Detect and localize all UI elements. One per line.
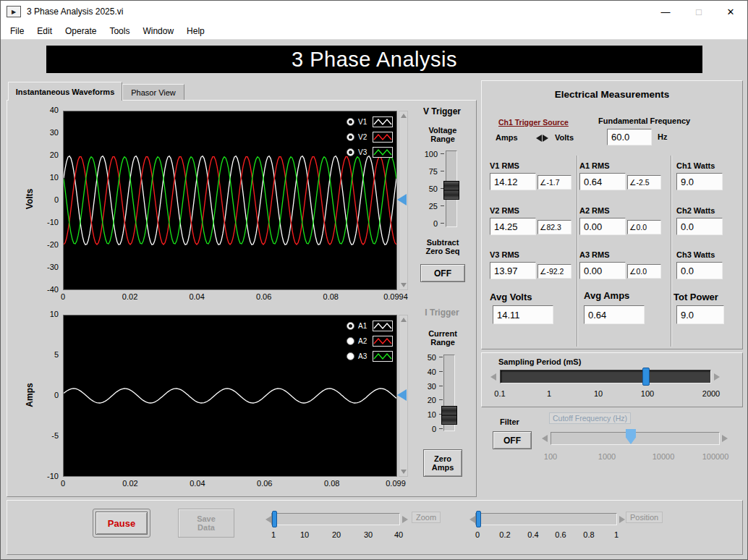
amps-y-axis: 1050-5-10 <box>34 310 59 480</box>
position-thumb[interactable] <box>476 511 481 527</box>
scroll-up-icon[interactable] <box>401 114 407 118</box>
maximize-button[interactable]: □ <box>682 1 715 22</box>
menu-tools[interactable]: Tools <box>103 24 136 38</box>
x-axis-tick: 0.08 <box>323 292 339 301</box>
y-axis-tick: 0 <box>54 391 59 399</box>
y-axis-tick: 40 <box>50 106 59 114</box>
y-axis-tick: 20 <box>50 150 59 159</box>
scale-tick: 10 <box>428 410 436 419</box>
scale-tick: 0 <box>475 530 480 539</box>
amps-axis-label: Amps <box>25 375 35 415</box>
volts-plot-area: V1 V2 V3 <box>63 111 397 290</box>
sampling-increment-icon[interactable] <box>714 373 720 381</box>
sampling-period-label: Sampling Period (mS) <box>498 357 581 366</box>
legend-row-v2[interactable]: V2 <box>347 130 393 145</box>
menu-file[interactable]: File <box>4 24 30 38</box>
legend-row-a2[interactable]: A2 <box>347 334 393 349</box>
a2-line-sample[interactable] <box>373 336 393 347</box>
volts-legend: V1 V2 V3 <box>347 114 393 160</box>
scroll-up-icon[interactable] <box>401 318 407 322</box>
v2-line-sample[interactable] <box>373 132 393 143</box>
scale-tick: 1 <box>271 530 276 539</box>
sampling-decrement-icon[interactable] <box>490 373 496 381</box>
amps-trigger-cursor-icon[interactable] <box>397 389 407 401</box>
a3-radio[interactable] <box>347 352 354 360</box>
filter-off-button[interactable]: OFF <box>493 431 532 449</box>
menu-help[interactable]: Help <box>180 24 211 38</box>
a1-rms-label: A1 RMS <box>579 161 610 170</box>
scale-tick: 30 <box>428 382 436 391</box>
menu-window[interactable]: Window <box>136 24 180 38</box>
voltage-range-thumb[interactable] <box>443 181 459 200</box>
scale-tick: 1 <box>547 389 551 398</box>
v1-rms-value: 14.12 <box>490 173 536 190</box>
menu-operate[interactable]: Operate <box>59 24 103 38</box>
sampling-period-slider[interactable] <box>500 370 711 383</box>
x-axis-tick: 0.02 <box>122 292 137 301</box>
position-increment-icon[interactable] <box>619 516 625 523</box>
legend-row-a1[interactable]: A1 <box>347 318 393 334</box>
legend-row-v1[interactable]: V1 <box>347 114 393 130</box>
trigger-source-amps-option[interactable]: Amps <box>496 133 518 142</box>
v3-line-sample[interactable] <box>373 147 393 158</box>
cutoff-decrement-icon[interactable] <box>542 435 548 442</box>
scale-tick: 1 <box>614 530 619 539</box>
divider <box>671 156 672 347</box>
x-axis-tick: 0 <box>61 479 65 488</box>
a3-line-sample[interactable] <box>373 351 393 362</box>
v1-radio[interactable] <box>347 118 354 126</box>
divider <box>577 156 578 347</box>
a2-radio[interactable] <box>347 337 354 345</box>
v3-radio[interactable] <box>347 148 354 156</box>
scale-tick: 40 <box>428 368 436 376</box>
zoom-thumb[interactable] <box>272 511 277 527</box>
avg-volts-value: 14.11 <box>493 305 553 324</box>
zoom-decrement-icon[interactable] <box>265 516 271 523</box>
minimize-button[interactable]: — <box>649 1 682 22</box>
trigger-source-selector[interactable] <box>536 135 548 142</box>
pause-button[interactable]: Pause <box>95 512 148 535</box>
trigger-source-volts-option[interactable]: Volts <box>555 133 574 142</box>
window-title: 3 Phase Analysis 2025.vi <box>27 7 123 17</box>
legend-label-a2: A2 <box>358 337 369 345</box>
cutoff-increment-icon[interactable] <box>722 435 728 442</box>
fundamental-frequency-input[interactable]: 60.0 <box>607 129 652 145</box>
position-slider[interactable] <box>475 513 617 525</box>
tab-phasor-view[interactable]: Phasor View <box>122 84 184 100</box>
scale-tick: 0.1 <box>494 389 505 398</box>
y-axis-tick: -30 <box>47 263 59 271</box>
subtract-zero-seq-label: Subtract Zero Seq <box>421 238 464 255</box>
scale-tick: 100 <box>544 452 557 461</box>
v2-radio[interactable] <box>347 133 354 141</box>
menu-edit[interactable]: Edit <box>30 24 59 38</box>
current-range-thumb[interactable] <box>441 406 457 425</box>
legend-row-v3[interactable]: V3 <box>347 145 393 160</box>
scroll-down-icon[interactable] <box>401 283 407 287</box>
y-axis-tick: 5 <box>54 350 59 359</box>
position-decrement-icon[interactable] <box>469 516 475 523</box>
subtract-zero-seq-button[interactable]: OFF <box>420 264 465 282</box>
save-data-button[interactable]: Save Data <box>178 509 234 538</box>
v1-line-sample[interactable] <box>373 116 393 127</box>
tab-instantaneous-waveforms[interactable]: Instantaneous Waveforms <box>8 82 122 101</box>
save-data-label: Save Data <box>192 514 220 532</box>
avg-amps-label: Avg Amps <box>584 290 629 301</box>
scroll-down-icon[interactable] <box>401 470 407 474</box>
volts-trigger-cursor-icon[interactable] <box>397 194 407 205</box>
a3-rms-value: 0.00 <box>579 262 626 279</box>
scale-tick: 0.8 <box>583 530 594 539</box>
close-button[interactable]: ✕ <box>714 1 747 22</box>
scale-tick: 25 <box>429 202 438 211</box>
zoom-scale: 1 10 20 30 40 <box>271 530 400 540</box>
a1-line-sample[interactable] <box>373 321 393 331</box>
zoom-slider[interactable] <box>271 513 400 525</box>
sampling-period-thumb[interactable] <box>642 368 650 386</box>
a1-radio[interactable] <box>347 322 354 330</box>
zero-amps-button[interactable]: Zero Amps <box>423 449 462 477</box>
scale-tick: 1000 <box>598 452 616 461</box>
selector-left-arrow-icon[interactable] <box>536 135 542 142</box>
menu-bar: File Edit Operate Tools Window Help <box>1 22 747 40</box>
legend-row-a3[interactable]: A3 <box>347 349 393 364</box>
zoom-increment-icon[interactable] <box>402 516 408 523</box>
selector-right-arrow-icon[interactable] <box>543 135 548 142</box>
